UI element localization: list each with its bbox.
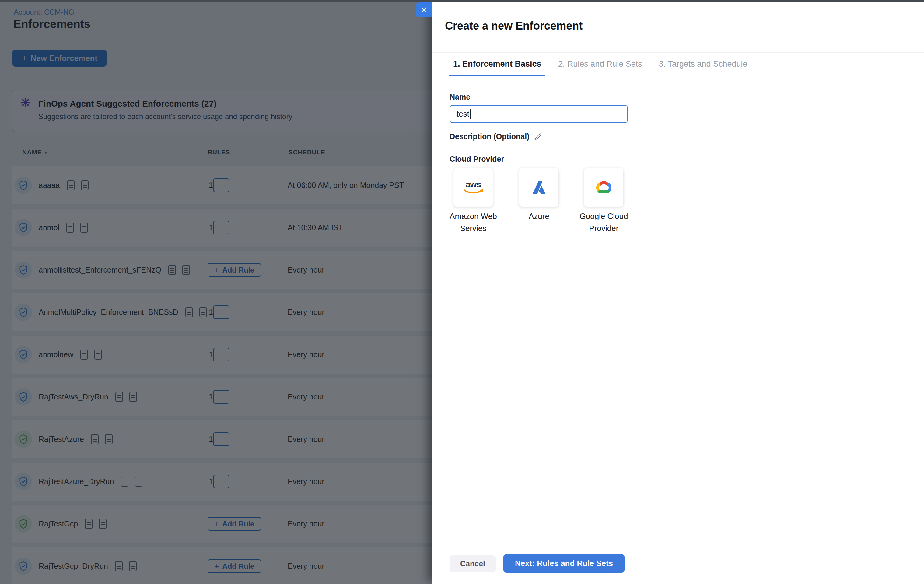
wizard-tabs: 1. Enforcement Basics 2. Rules and Rule … [432,52,924,76]
edit-pencil-icon[interactable] [534,132,542,141]
tab-rules-and-rule-sets[interactable]: 2. Rules and Rule Sets [554,53,646,76]
drawer-title: Create a new Enforcement [445,20,582,32]
cloud-provider-label: Cloud Provider [449,155,504,164]
provider-label-azure: Azure [505,210,573,222]
text-cursor [470,109,471,119]
tab-enforcement-basics[interactable]: 1. Enforcement Basics [449,53,545,76]
next-button[interactable]: Next: Rules and Rule Sets [503,554,625,573]
cancel-button[interactable]: Cancel [449,555,496,572]
name-input[interactable]: test [449,105,628,123]
description-label: Description (Optional) [449,132,530,141]
gcp-logo-icon [594,179,614,196]
svg-text:aws: aws [466,180,481,189]
close-button[interactable]: ✕ [416,2,432,17]
provider-card-azure[interactable] [519,168,558,207]
azure-logo-icon [530,178,548,197]
aws-logo-icon: aws [460,179,487,196]
provider-label-aws: Amazon Web Servies [440,210,507,235]
provider-label-gcp: Google Cloud Provider [570,210,637,235]
name-label: Name [449,93,470,101]
close-icon: ✕ [421,5,427,15]
name-input-value: test [457,109,469,119]
window-top-edge [0,0,924,2]
provider-card-aws[interactable]: aws [454,168,493,207]
provider-card-gcp[interactable] [584,168,623,207]
tab-targets-and-schedule[interactable]: 3. Targets and Schedule [655,53,751,76]
create-enforcement-drawer: ✕ Create a new Enforcement 1. Enforcemen… [432,0,924,584]
